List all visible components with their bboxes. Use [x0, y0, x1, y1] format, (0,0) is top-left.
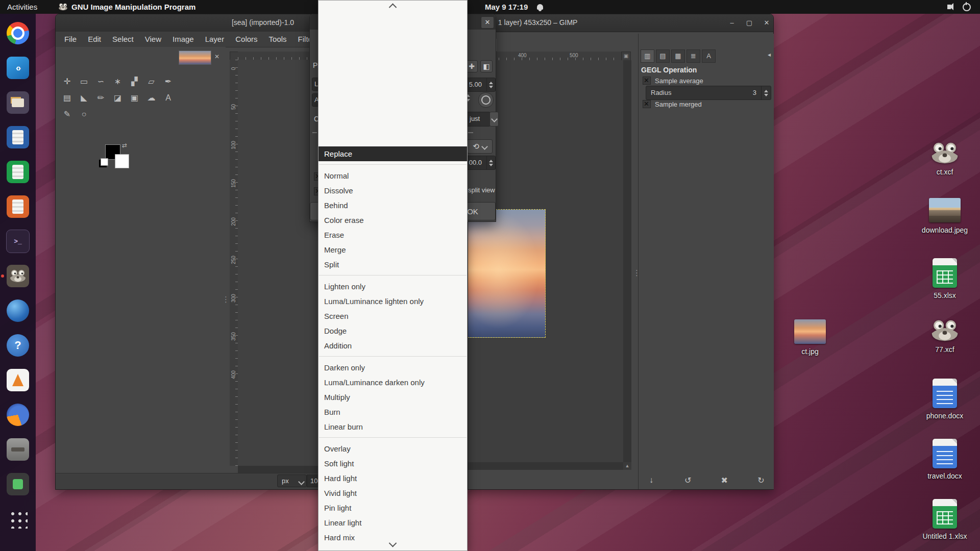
dock-item-gimp[interactable]	[4, 262, 32, 290]
menu-select[interactable]: Select	[107, 32, 139, 47]
maximize-button[interactable]: ▢	[744, 18, 755, 28]
dock-item-vlc[interactable]	[4, 366, 32, 394]
close-button[interactable]: ✕	[761, 18, 772, 28]
mode-item-luma-luminance-lighten-only[interactable]: Luma/Luminance lighten only	[318, 294, 467, 309]
tool-bucket-fill-icon[interactable]: ◣	[76, 90, 92, 106]
tool-color-picker-icon[interactable]: ✎	[59, 106, 76, 122]
tool-crop-icon[interactable]: ▞	[126, 73, 143, 90]
reset-tool-icon[interactable]: ↻	[753, 475, 769, 485]
dock-item-help[interactable]	[4, 332, 32, 359]
preset-options-icon[interactable]: ◧	[480, 60, 493, 72]
menu-file[interactable]: File	[59, 32, 82, 47]
tool-pencil-icon[interactable]: ✏	[92, 90, 109, 106]
dialog-close-icon[interactable]: ✕	[481, 16, 494, 29]
clock[interactable]: May 9 17:19	[485, 0, 528, 14]
tool-text-icon[interactable]: A	[160, 90, 177, 106]
restore-preset-icon[interactable]: ↺	[680, 475, 696, 485]
mode-item-normal[interactable]: Normal	[318, 168, 467, 183]
dock-item-chrome[interactable]	[4, 19, 32, 47]
mode-item-lighten-only[interactable]: Lighten only	[318, 279, 467, 294]
spinner-arrows[interactable]	[486, 156, 495, 169]
menu-layer[interactable]: Layer	[200, 32, 230, 47]
image-window-titlebar[interactable]: , 1 layer) 453x250 – GIMP – ▢ ✕	[468, 14, 773, 32]
mode-item-dodge[interactable]: Dodge	[318, 323, 467, 338]
desktop-icon-77-xcf[interactable]: 77.xcf	[917, 319, 973, 354]
focused-app-title[interactable]: GNU Image Manipulation Program	[71, 0, 195, 14]
desktop-icon-untitled-1-xlsx[interactable]: Untitled 1.xlsx	[917, 499, 973, 541]
pane-splitter-handle[interactable]: ⋮	[222, 295, 230, 304]
mode-item-behind[interactable]: Behind	[318, 198, 467, 213]
dock-item-software-blue[interactable]	[4, 297, 32, 324]
mode-item-soft-light[interactable]: Soft light	[318, 456, 467, 471]
tool-move-icon[interactable]: ✛	[59, 73, 76, 90]
sample-average-row[interactable]: Sample average	[643, 77, 703, 85]
chevron-down-icon[interactable]	[489, 112, 499, 127]
mode-item-darken-only[interactable]: Darken only	[318, 360, 467, 375]
dock-item-impress[interactable]	[4, 193, 32, 220]
desktop-icon-55-xlsx[interactable]: 55.xlsx	[917, 258, 973, 300]
tool-fuzzy-select-icon[interactable]: ∗	[109, 73, 126, 90]
tab-brushes[interactable]: ▦	[671, 49, 685, 63]
reset-blend-button[interactable]: ⟲	[467, 139, 493, 154]
dock-item-vscode[interactable]	[4, 54, 32, 82]
mode-item-merge[interactable]: Merge	[318, 242, 467, 257]
dock-item-browser[interactable]	[4, 401, 32, 429]
mode-item-multiply[interactable]: Multiply	[318, 390, 467, 405]
mode-item-addition[interactable]: Addition	[318, 338, 467, 353]
menu-edit[interactable]: Edit	[82, 32, 107, 47]
mode-item-linear-burn[interactable]: Linear burn	[318, 419, 467, 434]
tab-layers[interactable]: ≣	[687, 49, 700, 63]
default-colors-icon[interactable]	[101, 158, 108, 166]
tool-rectangle-select-icon[interactable]: ▭	[76, 73, 92, 90]
tab-device-status[interactable]: ▤	[656, 49, 670, 63]
minimize-button[interactable]: –	[726, 18, 738, 28]
swap-colors-icon[interactable]: ⇄	[122, 142, 127, 149]
chain-toggle-icon[interactable]	[478, 92, 494, 108]
checkbox-checked-icon[interactable]	[643, 77, 651, 85]
mode-item-overlay[interactable]: Overlay	[318, 441, 467, 456]
horizontal-scrollbar[interactable]	[468, 462, 623, 470]
dock-menu-icon[interactable]: ◂	[768, 51, 771, 58]
dock-item-writer[interactable]	[4, 123, 32, 151]
tool-clone-icon[interactable]: ▣	[126, 90, 143, 106]
tab-tool-options[interactable]: ▥	[641, 49, 654, 63]
tool-gradient-icon[interactable]: ▤	[59, 90, 76, 106]
tool-eraser-icon[interactable]: ◪	[109, 90, 126, 106]
power-icon[interactable]	[963, 0, 971, 14]
save-preset-icon[interactable]: ↓	[644, 475, 659, 485]
mode-item-burn[interactable]: Burn	[318, 405, 467, 419]
image-tab-thumbnail[interactable]	[179, 51, 211, 65]
desktop-icon-phone-docx[interactable]: phone.docx	[917, 379, 973, 420]
mode-item-screen[interactable]: Screen	[318, 309, 467, 323]
mode-item-dissolve[interactable]: Dissolve	[318, 183, 467, 198]
menu-tools[interactable]: Tools	[263, 32, 292, 47]
tool-transform-icon[interactable]: ▱	[143, 73, 160, 90]
menu-scroll-down-icon[interactable]	[318, 540, 467, 548]
checkbox-checked-icon[interactable]	[643, 100, 651, 108]
tab-fonts[interactable]: A	[702, 49, 716, 63]
menu-scroll-up-icon[interactable]	[318, 2, 467, 10]
tool-zoom-icon[interactable]: ○	[76, 106, 92, 122]
menu-colors[interactable]: Colors	[230, 32, 263, 47]
sample-merged-row[interactable]: Sample merged	[643, 100, 702, 108]
mode-item-erase[interactable]: Erase	[318, 228, 467, 242]
dock-item-calc[interactable]	[4, 158, 32, 186]
spinner-arrows[interactable]	[761, 86, 771, 99]
dock-item-files[interactable]	[4, 89, 32, 116]
dock-item-app-grid[interactable]	[4, 505, 32, 533]
tool-free-select-icon[interactable]: ∽	[92, 73, 109, 90]
dock-item-archive[interactable]	[4, 436, 32, 463]
tool-paths-icon[interactable]: ✒	[160, 73, 177, 90]
menu-view[interactable]: View	[139, 32, 167, 47]
desktop-icon-download-jpeg[interactable]: download.jpeg	[917, 198, 973, 235]
activities-button[interactable]: Activities	[7, 0, 37, 14]
mode-item-pin-light[interactable]: Pin light	[318, 500, 467, 515]
mode-item-replace[interactable]: Replace	[318, 146, 467, 161]
notification-bell-icon[interactable]	[537, 0, 543, 14]
sunset-image-selection[interactable]	[468, 209, 546, 338]
mode-item-vivid-light[interactable]: Vivid light	[318, 486, 467, 500]
mode-item-linear-light[interactable]: Linear light	[318, 515, 467, 530]
dock-item-terminal[interactable]	[4, 228, 32, 255]
navigation-corner-icon[interactable]: ▲	[623, 462, 631, 470]
background-color-swatch[interactable]	[115, 154, 129, 168]
